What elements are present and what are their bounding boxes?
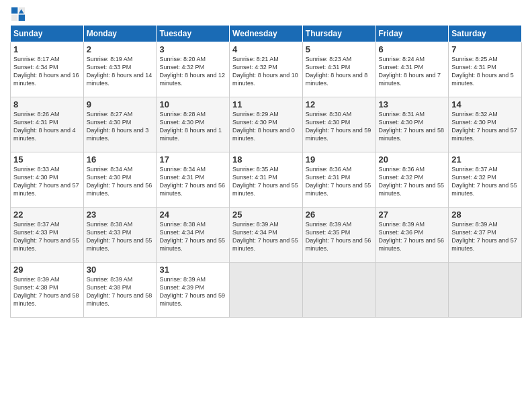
day-number: 18: [232, 154, 300, 165]
calendar-cell: 31Sunrise: 8:39 AMSunset: 4:39 PMDayligh…: [157, 263, 230, 318]
cell-info: Sunrise: 8:30 AMSunset: 4:30 PMDaylight:…: [306, 111, 371, 142]
calendar-cell: 3Sunrise: 8:20 AMSunset: 4:32 PMDaylight…: [157, 42, 230, 97]
cell-info: Sunrise: 8:21 AMSunset: 4:32 PMDaylight:…: [232, 56, 298, 87]
calendar-cell: 20Sunrise: 8:36 AMSunset: 4:32 PMDayligh…: [375, 152, 449, 208]
week-row-2: 8Sunrise: 8:26 AMSunset: 4:31 PMDaylight…: [11, 97, 522, 152]
weekday-monday: Monday: [83, 26, 157, 42]
cell-info: Sunrise: 8:17 AMSunset: 4:34 PMDaylight:…: [13, 56, 79, 87]
day-number: 8: [13, 99, 81, 109]
cell-info: Sunrise: 8:39 AMSunset: 4:38 PMDaylight:…: [13, 276, 79, 307]
cell-info: Sunrise: 8:25 AMSunset: 4:31 PMDaylight:…: [451, 56, 514, 87]
weekday-tuesday: Tuesday: [157, 26, 230, 42]
day-number: 19: [306, 154, 373, 165]
cell-info: Sunrise: 8:27 AMSunset: 4:30 PMDaylight:…: [87, 111, 149, 142]
cell-info: Sunrise: 8:34 AMSunset: 4:30 PMDaylight:…: [87, 166, 152, 197]
weekday-header-row: SundayMondayTuesdayWednesdayThursdayFrid…: [11, 26, 522, 42]
cell-info: Sunrise: 8:39 AMSunset: 4:38 PMDaylight:…: [87, 276, 152, 307]
cell-info: Sunrise: 8:37 AMSunset: 4:32 PMDaylight:…: [451, 166, 517, 197]
day-number: 7: [451, 44, 519, 54]
day-number: 16: [87, 154, 154, 165]
calendar-cell: 10Sunrise: 8:28 AMSunset: 4:30 PMDayligh…: [157, 97, 230, 152]
calendar-cell: 19Sunrise: 8:36 AMSunset: 4:31 PMDayligh…: [302, 152, 375, 208]
calendar-cell: [302, 263, 375, 318]
logo: [10, 7, 28, 21]
calendar-cell: 6Sunrise: 8:24 AMSunset: 4:31 PMDaylight…: [375, 42, 449, 97]
svg-rect-3: [19, 14, 25, 20]
calendar-table: SundayMondayTuesdayWednesdayThursdayFrid…: [10, 25, 522, 318]
cell-info: Sunrise: 8:38 AMSunset: 4:33 PMDaylight:…: [87, 221, 152, 252]
day-number: 15: [13, 154, 81, 165]
calendar-cell: 13Sunrise: 8:31 AMSunset: 4:30 PMDayligh…: [375, 97, 449, 152]
calendar-cell: 9Sunrise: 8:27 AMSunset: 4:30 PMDaylight…: [83, 97, 157, 152]
day-number: 27: [379, 210, 446, 220]
day-number: 24: [159, 210, 226, 220]
day-number: 29: [13, 265, 81, 275]
day-number: 26: [306, 210, 373, 220]
calendar-cell: [449, 263, 522, 318]
cell-info: Sunrise: 8:28 AMSunset: 4:30 PMDaylight:…: [159, 111, 222, 142]
cell-info: Sunrise: 8:37 AMSunset: 4:33 PMDaylight:…: [13, 221, 79, 252]
calendar-cell: 26Sunrise: 8:39 AMSunset: 4:35 PMDayligh…: [302, 208, 375, 263]
cell-info: Sunrise: 8:35 AMSunset: 4:31 PMDaylight:…: [232, 166, 298, 197]
day-number: 31: [159, 265, 226, 275]
calendar-cell: 18Sunrise: 8:35 AMSunset: 4:31 PMDayligh…: [230, 152, 303, 208]
svg-rect-0: [11, 7, 17, 13]
calendar-cell: 23Sunrise: 8:38 AMSunset: 4:33 PMDayligh…: [83, 208, 157, 263]
week-row-3: 15Sunrise: 8:33 AMSunset: 4:30 PMDayligh…: [11, 152, 522, 208]
calendar-cell: 12Sunrise: 8:30 AMSunset: 4:30 PMDayligh…: [302, 97, 375, 152]
calendar-cell: 16Sunrise: 8:34 AMSunset: 4:30 PMDayligh…: [83, 152, 157, 208]
cell-info: Sunrise: 8:36 AMSunset: 4:31 PMDaylight:…: [306, 166, 371, 197]
logo-icon: [11, 7, 25, 21]
calendar-cell: 15Sunrise: 8:33 AMSunset: 4:30 PMDayligh…: [11, 152, 84, 208]
cell-info: Sunrise: 8:32 AMSunset: 4:30 PMDaylight:…: [451, 111, 517, 142]
day-number: 20: [379, 154, 446, 165]
day-number: 21: [451, 154, 519, 165]
week-row-5: 29Sunrise: 8:39 AMSunset: 4:38 PMDayligh…: [11, 263, 522, 318]
calendar-cell: 27Sunrise: 8:39 AMSunset: 4:36 PMDayligh…: [375, 208, 449, 263]
cell-info: Sunrise: 8:29 AMSunset: 4:30 PMDaylight:…: [232, 111, 295, 142]
weekday-friday: Friday: [375, 26, 449, 42]
day-number: 11: [232, 99, 300, 109]
day-number: 28: [451, 210, 519, 220]
calendar-cell: 28Sunrise: 8:39 AMSunset: 4:37 PMDayligh…: [449, 208, 522, 263]
day-number: 1: [13, 44, 81, 54]
calendar-cell: 14Sunrise: 8:32 AMSunset: 4:30 PMDayligh…: [449, 97, 522, 152]
svg-rect-2: [11, 14, 17, 20]
weekday-wednesday: Wednesday: [230, 26, 303, 42]
cell-info: Sunrise: 8:39 AMSunset: 4:39 PMDaylight:…: [159, 276, 225, 307]
day-number: 17: [159, 154, 226, 165]
day-number: 12: [306, 99, 373, 109]
cell-info: Sunrise: 8:24 AMSunset: 4:31 PMDaylight:…: [379, 56, 441, 87]
day-number: 30: [87, 265, 154, 275]
calendar-cell: 17Sunrise: 8:34 AMSunset: 4:31 PMDayligh…: [157, 152, 230, 208]
cell-info: Sunrise: 8:39 AMSunset: 4:36 PMDaylight:…: [379, 221, 445, 252]
calendar-cell: 24Sunrise: 8:38 AMSunset: 4:34 PMDayligh…: [157, 208, 230, 263]
day-number: 10: [159, 99, 226, 109]
calendar-cell: 4Sunrise: 8:21 AMSunset: 4:32 PMDaylight…: [230, 42, 303, 97]
calendar-cell: 30Sunrise: 8:39 AMSunset: 4:38 PMDayligh…: [83, 263, 157, 318]
day-number: 9: [87, 99, 154, 109]
calendar-cell: 22Sunrise: 8:37 AMSunset: 4:33 PMDayligh…: [11, 208, 84, 263]
calendar-cell: 1Sunrise: 8:17 AMSunset: 4:34 PMDaylight…: [11, 42, 84, 97]
day-number: 2: [87, 44, 154, 54]
cell-info: Sunrise: 8:33 AMSunset: 4:30 PMDaylight:…: [13, 166, 79, 197]
cell-info: Sunrise: 8:39 AMSunset: 4:34 PMDaylight:…: [232, 221, 298, 252]
calendar-cell: 29Sunrise: 8:39 AMSunset: 4:38 PMDayligh…: [11, 263, 84, 318]
week-row-1: 1Sunrise: 8:17 AMSunset: 4:34 PMDaylight…: [11, 42, 522, 97]
cell-info: Sunrise: 8:38 AMSunset: 4:34 PMDaylight:…: [159, 221, 225, 252]
cell-info: Sunrise: 8:39 AMSunset: 4:37 PMDaylight:…: [451, 221, 517, 252]
day-number: 3: [159, 44, 226, 54]
page: SundayMondayTuesdayWednesdayThursdayFrid…: [0, 0, 532, 411]
calendar-cell: 2Sunrise: 8:19 AMSunset: 4:33 PMDaylight…: [83, 42, 157, 97]
calendar-cell: 7Sunrise: 8:25 AMSunset: 4:31 PMDaylight…: [449, 42, 522, 97]
calendar-cell: [375, 263, 449, 318]
weekday-sunday: Sunday: [11, 26, 84, 42]
calendar-cell: 21Sunrise: 8:37 AMSunset: 4:32 PMDayligh…: [449, 152, 522, 208]
weekday-thursday: Thursday: [302, 26, 375, 42]
day-number: 25: [232, 210, 300, 220]
day-number: 6: [379, 44, 446, 54]
cell-info: Sunrise: 8:34 AMSunset: 4:31 PMDaylight:…: [159, 166, 225, 197]
calendar-cell: 8Sunrise: 8:26 AMSunset: 4:31 PMDaylight…: [11, 97, 84, 152]
cell-info: Sunrise: 8:20 AMSunset: 4:32 PMDaylight:…: [159, 56, 225, 87]
cell-info: Sunrise: 8:23 AMSunset: 4:31 PMDaylight:…: [306, 56, 368, 87]
